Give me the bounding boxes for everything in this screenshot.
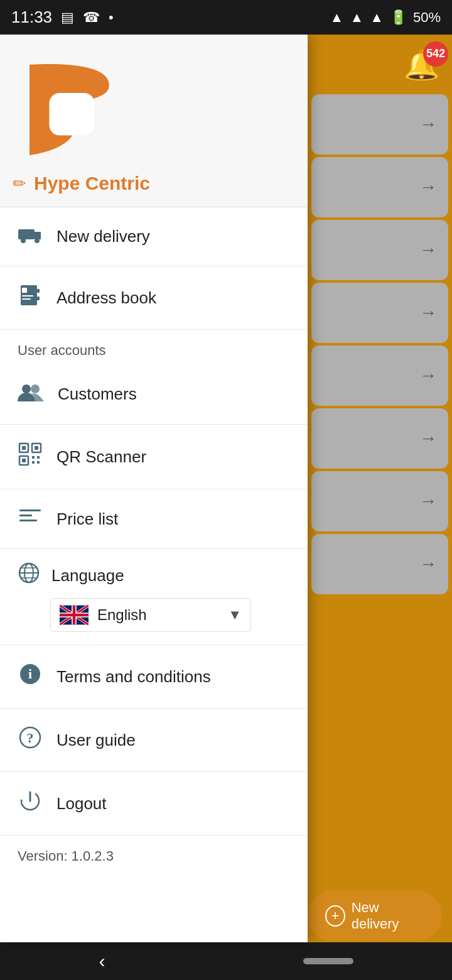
arrow-icon: →: [419, 177, 437, 197]
version-text: Version: 1.0.2.3: [0, 836, 308, 879]
new-delivery-label: New delivery: [352, 900, 424, 932]
qr-scanner-icon: [18, 442, 43, 471]
battery-icon: 🔋: [390, 9, 407, 26]
navigation-drawer: ✏ Hype Centric New delivery: [0, 35, 308, 942]
battery-text: 50%: [413, 9, 441, 26]
signal-icon: ▲: [350, 9, 363, 26]
drawer-header: ✏ Hype Centric: [0, 35, 308, 207]
customers-menu-label: Customers: [58, 384, 137, 404]
arrow-icon: →: [419, 491, 437, 511]
list-item[interactable]: →: [311, 283, 448, 343]
dropdown-arrow-icon: ▼: [228, 607, 242, 623]
svg-rect-6: [22, 295, 33, 297]
help-icon: ?: [18, 726, 43, 754]
arrow-icon: →: [419, 554, 437, 574]
arrow-icon: →: [419, 366, 437, 386]
dot-icon: •: [109, 9, 114, 26]
svg-text:i: i: [28, 666, 32, 682]
language-header: Language: [18, 562, 290, 589]
menu-item-address-book[interactable]: Address book: [0, 266, 308, 330]
list-item[interactable]: →: [311, 346, 448, 406]
price-list-icon: [18, 507, 43, 531]
wifi-icon: ▲: [330, 9, 344, 26]
menu-item-new-delivery[interactable]: New delivery: [0, 207, 308, 266]
bottom-navigation: ‹: [0, 942, 452, 980]
svg-rect-17: [22, 459, 26, 462]
list-item[interactable]: →: [311, 408, 448, 469]
brand-name: Hype Centric: [34, 173, 150, 194]
brand-logo: [13, 53, 126, 166]
user-guide-menu-label: User guide: [56, 731, 136, 750]
arrow-icon: →: [419, 428, 437, 449]
menu-item-logout[interactable]: Logout: [0, 772, 308, 836]
list-item[interactable]: →: [311, 220, 448, 280]
pencil-icon: ✏: [13, 174, 26, 193]
language-name: English: [97, 606, 219, 624]
qr-scanner-menu-label: QR Scanner: [56, 447, 146, 467]
customers-icon: [18, 381, 44, 406]
svg-rect-23: [19, 514, 32, 516]
address-book-icon: [18, 284, 43, 312]
new-delivery-menu-label: New delivery: [56, 227, 150, 246]
svg-point-11: [31, 384, 40, 393]
list-item[interactable]: →: [311, 471, 448, 531]
svg-text:?: ?: [27, 730, 34, 746]
svg-point-10: [22, 384, 31, 393]
home-indicator[interactable]: [303, 958, 353, 964]
brand-row: ✏ Hype Centric: [13, 173, 150, 194]
globe-icon: [18, 562, 40, 589]
address-book-menu-label: Address book: [56, 288, 156, 308]
arrow-icon: →: [419, 303, 437, 323]
svg-rect-19: [37, 456, 40, 459]
arrow-icon: →: [419, 240, 437, 260]
bell-area: 🔔 542: [308, 35, 452, 94]
new-delivery-button[interactable]: + New delivery: [308, 891, 442, 941]
svg-rect-7: [22, 298, 31, 300]
list-item[interactable]: →: [311, 94, 448, 155]
logout-menu-label: Logout: [56, 794, 107, 814]
arrow-icon: →: [419, 114, 437, 134]
list-item[interactable]: →: [311, 534, 448, 594]
cards-list: → → → → → → → →: [308, 94, 452, 889]
svg-rect-21: [37, 461, 40, 464]
svg-rect-24: [19, 520, 37, 521]
svg-point-3: [35, 238, 40, 243]
svg-rect-22: [19, 509, 41, 511]
user-accounts-section-header: User accounts: [0, 330, 308, 364]
language-section: Language English ▼: [0, 549, 308, 645]
truck-icon: [18, 225, 43, 248]
menu-item-customers[interactable]: Customers: [0, 364, 308, 425]
plus-circle-icon: +: [325, 905, 345, 927]
list-item[interactable]: →: [311, 157, 448, 217]
back-button[interactable]: ‹: [99, 950, 105, 972]
signal-icon-2: ▲: [370, 9, 384, 26]
svg-rect-5: [22, 288, 27, 293]
menu-item-price-list[interactable]: Price list: [0, 489, 308, 549]
logout-icon: [18, 790, 43, 817]
menu-item-qr-scanner[interactable]: QR Scanner: [0, 425, 308, 489]
viber-icon: ☎: [83, 9, 100, 26]
uk-flag-icon: [60, 605, 89, 625]
svg-rect-20: [32, 461, 35, 464]
message-icon: ▤: [61, 9, 74, 26]
svg-rect-13: [22, 446, 26, 450]
menu-item-user-guide[interactable]: ? User guide: [0, 709, 308, 772]
svg-point-2: [21, 238, 26, 243]
notification-badge: 542: [423, 41, 448, 67]
language-label: Language: [51, 566, 124, 585]
background-right: 🔔 542 → → → → → → → → + New delivery: [308, 35, 452, 942]
status-bar: 11:33 ▤ ☎ • ▲ ▲ ▲ 🔋 50%: [0, 0, 452, 35]
bottom-bar-right: + New delivery: [308, 889, 452, 942]
svg-rect-8: [37, 289, 40, 293]
language-selector[interactable]: English ▼: [50, 598, 251, 632]
info-icon: i: [18, 663, 43, 690]
notification-bell[interactable]: 🔔 542: [404, 48, 439, 82]
terms-menu-label: Terms and conditions: [56, 667, 211, 687]
svg-rect-18: [32, 456, 35, 459]
svg-rect-1: [18, 229, 35, 239]
price-list-menu-label: Price list: [56, 509, 118, 529]
svg-rect-0: [50, 93, 95, 136]
menu-item-terms[interactable]: i Terms and conditions: [0, 645, 308, 709]
svg-rect-15: [35, 446, 38, 450]
svg-rect-9: [37, 297, 40, 300]
